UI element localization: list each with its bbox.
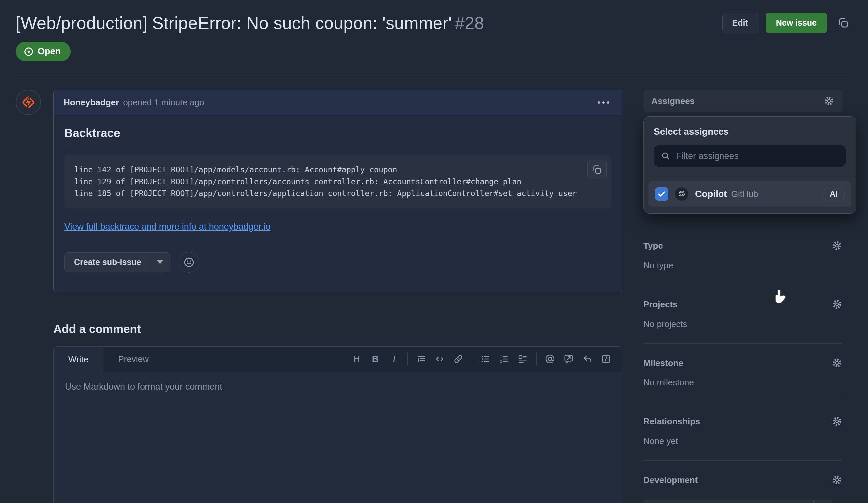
copilot-icon (677, 190, 686, 198)
avatar[interactable] (16, 90, 41, 115)
issue-title-text: [Web/production] StripeError: No such co… (16, 13, 452, 33)
development-label: Development (643, 475, 698, 485)
comment-input[interactable] (54, 372, 622, 503)
kebab-horizontal-icon (598, 101, 600, 104)
comment-author[interactable]: Honeybadger (64, 97, 119, 107)
comment-card: Honeybadger opened 1 minute ago Backtrac… (53, 90, 622, 292)
backtrace-heading: Backtrace (64, 126, 611, 146)
status-label: Open (38, 46, 61, 56)
projects-label: Projects (643, 299, 678, 310)
type-value: No type (643, 260, 843, 271)
sidebar-section-projects: Projects No projects (643, 299, 852, 329)
issue-open-icon (24, 46, 34, 56)
ai-badge: AI (823, 187, 845, 201)
code-icon (435, 354, 445, 364)
add-reaction-button[interactable] (179, 252, 199, 273)
issue-page: [Web/production] StripeError: No such co… (0, 0, 868, 503)
comment-form: Write Preview H B I (53, 346, 622, 503)
comment-meta: opened 1 minute ago (123, 97, 204, 107)
assignee-checkbox[interactable] (655, 187, 668, 201)
filter-assignees-input[interactable] (676, 151, 839, 161)
create-sub-issue-button[interactable]: Create sub-issue (65, 253, 150, 272)
comment-thread: Honeybadger opened 1 minute ago Backtrac… (16, 90, 622, 292)
smiley-icon (184, 256, 195, 268)
projects-value: No projects (643, 319, 843, 329)
cross-reference-button[interactable] (559, 349, 578, 368)
unordered-list-button[interactable] (476, 349, 495, 368)
ordered-list-icon (499, 354, 509, 364)
status-badge: Open (16, 42, 71, 61)
honeybadger-logo-icon (20, 94, 37, 111)
milestone-label: Milestone (643, 358, 683, 368)
create-sub-issue-split-button: Create sub-issue (64, 252, 170, 272)
comment-editor (54, 372, 622, 503)
assignees-section-header: Assignees (643, 90, 843, 112)
backtrace-code-block: line 142 of [PROJECT_ROOT]/app/models/ac… (64, 156, 611, 208)
toolbar-divider (407, 353, 408, 365)
ordered-list-button[interactable] (495, 349, 514, 368)
task-list-icon (518, 354, 528, 364)
italic-button[interactable]: I (384, 349, 403, 368)
chevron-down-icon (157, 260, 163, 264)
gear-icon (832, 475, 843, 485)
milestone-value: No milestone (643, 377, 843, 388)
type-settings-button[interactable] (832, 240, 843, 251)
header-actions: Edit New issue (722, 13, 853, 33)
development-settings-button[interactable] (832, 475, 843, 485)
code-with-agent-split-button: Code with agent mode (643, 500, 833, 503)
copy-icon (592, 165, 602, 175)
relationships-label: Relationships (643, 417, 700, 427)
type-label: Type (643, 241, 663, 251)
mention-button[interactable] (541, 349, 559, 368)
code-with-agent-button[interactable]: Code with agent mode (643, 500, 813, 503)
add-comment-section: Add a comment Write Preview H B I (53, 322, 622, 503)
cross-reference-icon (564, 354, 574, 364)
comment-menu-button[interactable] (595, 98, 612, 106)
bold-button[interactable]: B (366, 349, 384, 368)
sidebar-divider (643, 460, 843, 461)
tab-write[interactable]: Write (54, 347, 103, 372)
copy-icon (837, 17, 849, 29)
status-row: Open (16, 42, 852, 61)
saved-replies-button[interactable] (578, 349, 597, 368)
assignee-name: Copilot (695, 189, 727, 199)
heading-button[interactable]: H (347, 349, 366, 368)
assignee-filter (653, 145, 846, 167)
sidebar-divider (643, 343, 843, 344)
milestone-settings-button[interactable] (832, 357, 843, 368)
edit-button[interactable]: Edit (722, 13, 758, 33)
check-icon (657, 189, 666, 199)
assignees-settings-button[interactable] (824, 96, 834, 106)
markdown-toolbar: H B I (347, 347, 622, 371)
copilot-avatar (675, 187, 688, 201)
slash-command-icon (601, 354, 611, 364)
sidebar-section-type: Type No type (643, 240, 852, 271)
relationships-settings-button[interactable] (832, 416, 843, 427)
quote-button[interactable] (412, 349, 431, 368)
new-issue-button[interactable]: New issue (766, 13, 827, 33)
toolbar-divider (536, 353, 537, 365)
agent-dropdown-button[interactable] (813, 500, 832, 503)
header-divider (16, 73, 852, 73)
assignee-option-copilot[interactable]: Copilot GitHub AI (648, 181, 851, 207)
task-list-button[interactable] (514, 349, 532, 368)
tab-preview[interactable]: Preview (103, 347, 163, 371)
sidebar-section-development: Development Code with agent mode Cr (643, 475, 852, 503)
slash-commands-button[interactable] (597, 349, 615, 368)
create-sub-issue-dropdown-button[interactable] (150, 253, 170, 272)
issue-number: #28 (455, 13, 484, 33)
sidebar: Assignees Select assignees (643, 90, 852, 503)
sidebar-divider (643, 402, 843, 402)
copy-title-button[interactable] (834, 14, 852, 32)
assignee-org: GitHub (732, 189, 758, 199)
comment-header: Honeybadger opened 1 minute ago (54, 90, 622, 115)
sidebar-divider (643, 285, 843, 285)
code-button[interactable] (431, 349, 449, 368)
backtrace-link[interactable]: View full backtrace and more info at hon… (64, 222, 270, 232)
link-button[interactable] (449, 349, 468, 368)
projects-settings-button[interactable] (832, 299, 843, 310)
main-column: Honeybadger opened 1 minute ago Backtrac… (16, 90, 622, 503)
copy-code-button[interactable] (587, 160, 607, 179)
page-title: [Web/production] StripeError: No such co… (16, 13, 722, 33)
mention-icon (545, 354, 555, 364)
